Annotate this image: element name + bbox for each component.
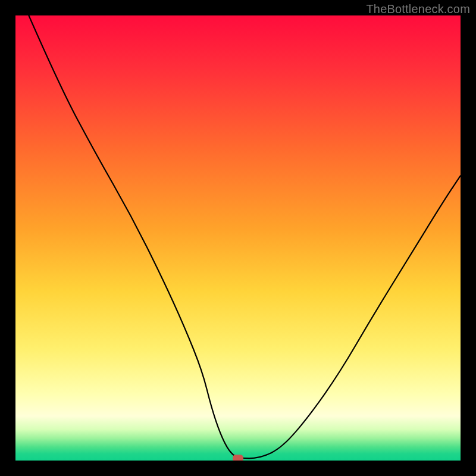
watermark-label: TheBottleneck.com	[366, 2, 470, 16]
minimum-marker	[233, 455, 243, 461]
chart-frame: TheBottleneck.com	[0, 0, 476, 476]
bottleneck-curve	[29, 15, 461, 458]
plot-area	[15, 15, 461, 461]
curve-svg	[15, 15, 461, 461]
